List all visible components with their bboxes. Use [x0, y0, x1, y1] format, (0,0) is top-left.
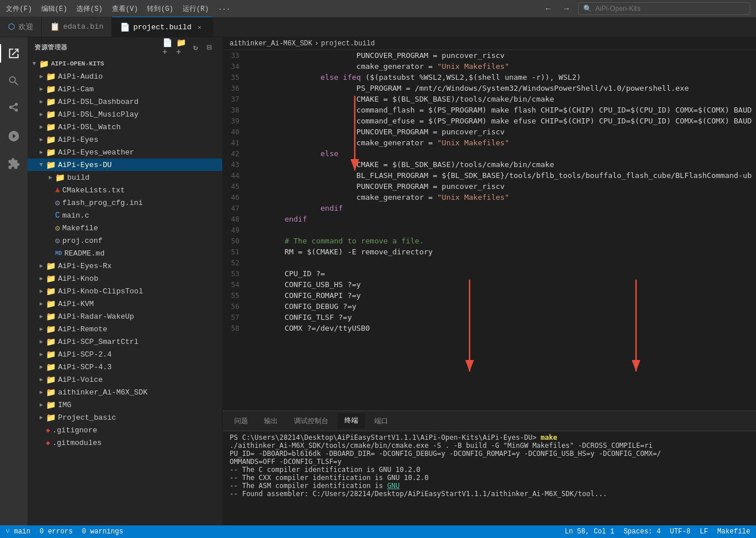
- folder-icon: 📁: [55, 173, 65, 183]
- menu-select[interactable]: 选择(S): [76, 4, 103, 14]
- folder-icon: 📁: [46, 84, 56, 94]
- code-line-47: 47 endif: [223, 203, 756, 214]
- sidebar-item-gitmodules[interactable]: ▶ ◆ .gitmodules: [28, 436, 222, 449]
- sidebar-item-AiPi-Remote[interactable]: ▶ 📁 AiPi-Remote: [28, 323, 222, 335]
- code-line-57: 57 CONFIG_TLSF ?=y: [223, 312, 756, 323]
- sidebar-item-build[interactable]: ▶ 📁 build: [28, 171, 222, 184]
- new-folder-button[interactable]: 📁+: [176, 42, 188, 53]
- terminal-content[interactable]: PS C:\Users\28214\Desktop\AiPiEasyStartV…: [223, 431, 756, 525]
- code-line-45: 45 PUNCOVER_PROGRAM = puncover_riscv: [223, 181, 756, 192]
- tab-project-build[interactable]: 📄 project.build ✕: [112, 17, 212, 37]
- sidebar-item-AiPi-DSL-Watch[interactable]: ▶ 📁 AiPi-DSL_Watch: [28, 121, 222, 133]
- code-line-46: 46 cmake_generator = "Unix Makefiles": [223, 192, 756, 203]
- terminal-tab-ports[interactable]: 端口: [367, 413, 395, 429]
- menu-edit[interactable]: 编辑(E): [41, 4, 68, 14]
- statusbar-cursor: Ln 58, Col 1: [565, 528, 614, 536]
- sidebar-item-AiPi-DSL-Dashboard[interactable]: ▶ 📁 AiPi-DSL_Dashboard: [28, 95, 222, 108]
- item-label: .gitignore: [52, 426, 97, 435]
- statusbar-right: Ln 58, Col 1 Spaces: 4 UTF-8 LF Makefile: [565, 528, 750, 536]
- root-arrow: ▶: [30, 59, 39, 68]
- code-line-52: 52: [223, 257, 756, 268]
- terminal-tab-debug-console[interactable]: 调试控制台: [287, 413, 335, 429]
- terminal-line-2: ./aithinker_Ai-M6X_SDK/tools/cmake/bin/c…: [230, 442, 749, 450]
- sidebar-item-AiPi-Eyes-weather[interactable]: ▶ 📁 AiPi-Eyes_weather: [28, 146, 222, 158]
- code-line-55: 55 CONFIG_ROMAPI ?=y: [223, 290, 756, 301]
- tab-welcome[interactable]: ⬡ 欢迎: [0, 17, 42, 37]
- collapse-button[interactable]: ⊟: [204, 42, 215, 53]
- sidebar-item-Makefile[interactable]: ▶ ⚙ Makefile: [28, 222, 222, 234]
- sidebar-item-AiPi-Eyes-DU[interactable]: ▶ 📁 AiPi-Eyes-DU: [28, 158, 222, 171]
- arrow-icon: ▶: [37, 148, 46, 157]
- source-control-icon[interactable]: [0, 95, 28, 122]
- tree-root[interactable]: ▶ 📁 AIPI-OPEN-KITS: [28, 57, 222, 70]
- arrow-icon: ▶: [37, 324, 46, 334]
- folder-icon: 📁: [46, 362, 56, 372]
- back-button[interactable]: ←: [541, 2, 555, 16]
- item-label: README.md: [64, 249, 104, 258]
- sidebar-item-AiPi-Eyes-Rx[interactable]: ▶ 📁 AiPi-Eyes-Rx: [28, 260, 222, 272]
- folder-icon: 📁: [46, 324, 56, 334]
- sidebar-item-AiPi-SCP-43[interactable]: ▶ 📁 AiPi-SCP-4.3: [28, 361, 222, 373]
- item-label: flash_prog_cfg.ini: [62, 199, 142, 207]
- gear-icon: ⚙: [55, 198, 60, 208]
- arrow-icon: ▶: [37, 350, 46, 359]
- statusbar-branch[interactable]: ⑂ main: [6, 528, 30, 536]
- terminal-tab-output[interactable]: 输出: [257, 413, 285, 429]
- sidebar-item-AiPi-Cam[interactable]: ▶ 📁 AiPi-Cam: [28, 83, 222, 95]
- arrow-icon: ▶: [37, 388, 46, 397]
- sidebar-item-AiPi-Radar-WakeUp[interactable]: ▶ 📁 AiPi-Radar-WakeUp: [28, 310, 222, 323]
- sidebar-item-aithinker-SDK[interactable]: ▶ 📁 aithinker_Ai-M6X_SDK: [28, 386, 222, 398]
- search-icon[interactable]: [0, 67, 28, 95]
- menu-bar[interactable]: 文件(F) 编辑(E) 选择(S) 查看(V) 转到(G) 运行(R) ...: [6, 4, 230, 14]
- arrow-icon: ▶: [37, 362, 46, 371]
- menu-view[interactable]: 查看(V): [112, 4, 138, 14]
- terminal-tab-problems[interactable]: 问题: [227, 413, 255, 429]
- statusbar-spaces: Spaces: 4: [623, 528, 661, 536]
- sidebar-item-AiPi-SCP-SmartCtrl[interactable]: ▶ 📁 AiPi-SCP_SmartCtrl: [28, 335, 222, 348]
- terminal-tab-terminal[interactable]: 终端: [338, 413, 365, 429]
- sidebar-item-gitignore[interactable]: ▶ ◆ .gitignore: [28, 424, 222, 436]
- item-label: AiPi-Cam: [58, 85, 94, 94]
- sidebar-item-AiPi-DSL-MusicPlay[interactable]: ▶ 📁 AiPi-DSL_MusicPlay: [28, 108, 222, 121]
- sidebar-item-flash-prog[interactable]: ▶ ⚙ flash_prog_cfg.ini: [28, 196, 222, 209]
- sidebar-item-AiPi-Eyes[interactable]: ▶ 📁 AiPi-Eyes: [28, 133, 222, 146]
- terminal-tabs: 问题 输出 调试控制台 终端 端口: [223, 411, 756, 431]
- explorer-icon[interactable]: [0, 40, 28, 67]
- debug-icon[interactable]: [0, 122, 28, 150]
- tab-edata[interactable]: 📋 edata.bin: [42, 17, 112, 37]
- menu-more[interactable]: ...: [218, 4, 231, 14]
- extensions-icon[interactable]: [0, 150, 28, 177]
- sidebar-item-AiPi-SCP-24[interactable]: ▶ 📁 AiPi-SCP-2.4: [28, 348, 222, 361]
- sidebar-item-Project-basic[interactable]: ▶ 📁 Project_basic: [28, 411, 222, 424]
- item-label: CMakeLists.txt: [62, 186, 125, 195]
- sidebar-item-README[interactable]: ▶ MD README.md: [28, 247, 222, 260]
- menu-goto[interactable]: 转到(G): [147, 4, 173, 14]
- activity-bar: [0, 37, 28, 525]
- close-tab-button[interactable]: ✕: [195, 22, 204, 32]
- search-input[interactable]: [595, 5, 745, 13]
- sidebar-item-AiPi-KVM[interactable]: ▶ 📁 AiPi-KVM: [28, 297, 222, 310]
- sidebar-item-proj-conf[interactable]: ▶ ⚙ proj.conf: [28, 234, 222, 247]
- item-label: AiPi-Eyes-Rx: [58, 262, 112, 270]
- menu-file[interactable]: 文件(F): [6, 4, 32, 14]
- sidebar-item-AiPi-Knob[interactable]: ▶ 📁 AiPi-Knob: [28, 272, 222, 285]
- sidebar-item-main-c[interactable]: ▶ C main.c: [28, 209, 222, 222]
- sidebar-item-IMG[interactable]: ▶ 📁 IMG: [28, 398, 222, 411]
- statusbar-errors: 0 errors: [40, 528, 73, 536]
- c-icon: C: [55, 211, 60, 220]
- sidebar-item-CMakeLists[interactable]: ▶ ▲ CMakeLists.txt: [28, 184, 222, 196]
- new-file-button[interactable]: 📄+: [162, 42, 174, 53]
- refresh-button[interactable]: ↻: [190, 42, 201, 53]
- code-editor[interactable]: 33 PUNCOVER_PROGRAM = puncover_riscv 34 …: [223, 50, 756, 411]
- sidebar-item-AiPi-Knob-ClipsTool[interactable]: ▶ 📁 AiPi-Knob-ClipsTool: [28, 285, 222, 297]
- sidebar-item-AiPi-Audio[interactable]: ▶ 📁 AiPi-Audio: [28, 70, 222, 83]
- titlebar: 文件(F) 编辑(E) 选择(S) 查看(V) 转到(G) 运行(R) ... …: [0, 0, 756, 17]
- folder-icon: 📁: [46, 72, 56, 82]
- code-line-38: 38 command_flash = $(PS_PROGRAM) make fl…: [223, 104, 756, 115]
- forward-button[interactable]: →: [560, 2, 573, 16]
- code-line-36: 36 PS_PROGRAM = /mnt/c/Windows/System32/…: [223, 83, 756, 94]
- item-label: AiPi-Remote: [58, 325, 107, 334]
- menu-run[interactable]: 运行(R): [183, 4, 209, 14]
- sidebar-item-AiPi-Voice[interactable]: ▶ 📁 AiPi-Voice: [28, 373, 222, 386]
- search-bar[interactable]: 🔍: [578, 2, 750, 15]
